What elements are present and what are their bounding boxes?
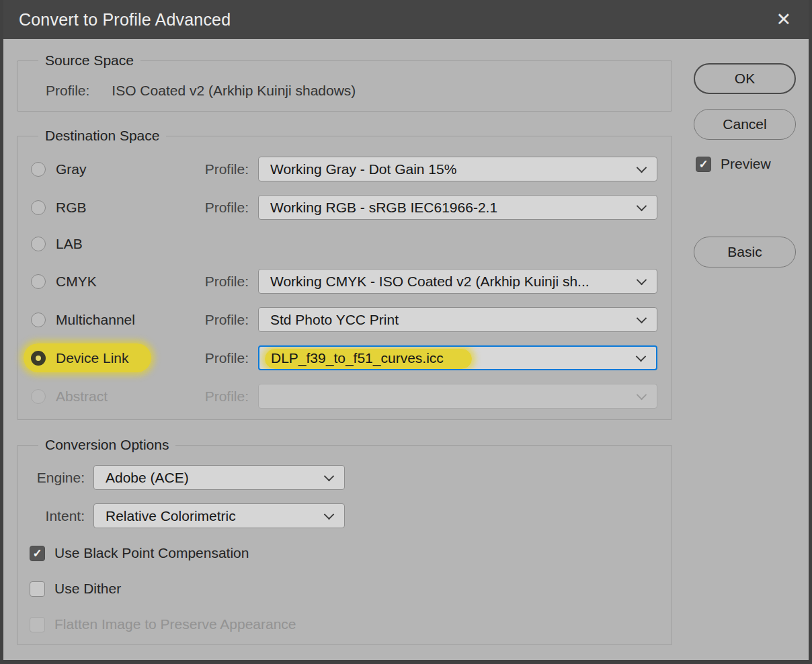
dest-row-rgb: RGB Profile: Working RGB - sRGB IEC61966… bbox=[31, 195, 657, 220]
source-space-group: Source Space Profile: ISO Coated v2 (Ark… bbox=[17, 60, 672, 112]
rgb-radio[interactable] bbox=[31, 200, 46, 215]
abstract-radio-label: Abstract bbox=[56, 388, 108, 405]
engine-value: Adobe (ACE) bbox=[106, 470, 189, 486]
flatten-image-label: Flatten Image to Preserve Appearance bbox=[54, 616, 296, 632]
multichannel-radio-label: Multichannel bbox=[56, 312, 135, 328]
lab-radio[interactable] bbox=[31, 237, 46, 251]
dest-row-device-link: Device Link Profile: DLP_f39_to_f51_curv… bbox=[31, 345, 657, 370]
cmyk-radio-label: CMYK bbox=[56, 274, 97, 290]
flatten-image-row: Flatten Image to Preserve Appearance bbox=[30, 616, 296, 633]
rgb-profile-dropdown[interactable]: Working RGB - sRGB IEC61966-2.1 bbox=[258, 195, 657, 220]
chevron-down-icon bbox=[637, 313, 647, 323]
dest-row-abstract: Abstract Profile: bbox=[31, 384, 657, 409]
chevron-down-icon bbox=[324, 509, 335, 520]
gray-profile-dropdown[interactable]: Working Gray - Dot Gain 15% bbox=[258, 157, 657, 181]
use-dither-checkbox[interactable] bbox=[30, 581, 45, 597]
abstract-radio bbox=[31, 389, 46, 404]
engine-label: Engine: bbox=[16, 470, 85, 486]
dest-row-cmyk: CMYK Profile: Working CMYK - ISO Coated … bbox=[31, 269, 657, 294]
profile-label: Profile: bbox=[172, 388, 249, 405]
black-point-compensation-row: ✓ Use Black Point Compensation bbox=[30, 544, 249, 562]
multichannel-profile-dropdown[interactable]: Std Photo YCC Print bbox=[258, 307, 657, 332]
use-dither-label: Use Dither bbox=[54, 581, 121, 597]
check-icon: ✓ bbox=[698, 157, 708, 171]
intent-value: Relative Colorimetric bbox=[106, 508, 236, 524]
abstract-profile-dropdown bbox=[258, 384, 657, 409]
preview-label: Preview bbox=[721, 156, 771, 172]
gray-radio[interactable] bbox=[31, 162, 46, 177]
dest-row-gray: Gray Profile: Working Gray - Dot Gain 15… bbox=[31, 157, 657, 181]
preview-row: ✓ Preview bbox=[696, 156, 771, 172]
use-black-point-compensation-label: Use Black Point Compensation bbox=[54, 545, 249, 561]
cmyk-profile-value: Working CMYK - ISO Coated v2 (Arkhip Kui… bbox=[270, 274, 590, 290]
destination-space-legend: Destination Space bbox=[38, 128, 166, 144]
source-profile-value: ISO Coated v2 (Arkhip Kuinji shadows) bbox=[112, 83, 356, 99]
profile-label: Profile: bbox=[172, 312, 249, 328]
dest-row-lab: LAB bbox=[31, 231, 657, 256]
chevron-down-icon bbox=[324, 470, 335, 481]
close-icon[interactable]: ✕ bbox=[773, 9, 794, 30]
device-link-profile-value: DLP_f39_to_f51_curves.icc bbox=[271, 350, 444, 366]
check-icon: ✓ bbox=[32, 546, 42, 561]
source-space-legend: Source Space bbox=[38, 52, 140, 69]
intent-dropdown[interactable]: Relative Colorimetric bbox=[93, 503, 345, 528]
preview-checkbox[interactable]: ✓ bbox=[696, 157, 711, 172]
convert-to-profile-dialog: Convert to Profile Advanced ✕ Source Spa… bbox=[0, 0, 812, 664]
intent-label: Intent: bbox=[16, 508, 85, 524]
rgb-profile-value: Working RGB - sRGB IEC61966-2.1 bbox=[270, 200, 497, 216]
device-link-radio-label: Device Link bbox=[56, 350, 129, 366]
lab-radio-label: LAB bbox=[56, 236, 83, 252]
title-bar: Convert to Profile Advanced ✕ bbox=[3, 0, 809, 39]
gray-profile-value: Working Gray - Dot Gain 15% bbox=[270, 161, 456, 177]
intent-row: Intent: Relative Colorimetric bbox=[16, 503, 641, 528]
flatten-image-checkbox bbox=[30, 617, 45, 632]
cmyk-profile-dropdown[interactable]: Working CMYK - ISO Coated v2 (Arkhip Kui… bbox=[258, 269, 657, 294]
chevron-down-icon bbox=[637, 162, 647, 173]
multichannel-profile-value: Std Photo YCC Print bbox=[270, 312, 399, 328]
use-dither-row: Use Dither bbox=[30, 580, 121, 597]
device-link-profile-dropdown[interactable]: DLP_f39_to_f51_curves.icc bbox=[258, 345, 657, 370]
chevron-down-icon bbox=[637, 274, 647, 285]
basic-button[interactable]: Basic bbox=[694, 237, 796, 267]
profile-label: Profile: bbox=[172, 274, 249, 290]
source-profile-row: Profile: ISO Coated v2 (Arkhip Kuinji sh… bbox=[46, 83, 356, 99]
cancel-button[interactable]: Cancel bbox=[694, 109, 796, 140]
profile-label: Profile: bbox=[172, 350, 249, 366]
engine-dropdown[interactable]: Adobe (ACE) bbox=[93, 465, 345, 490]
profile-label: Profile: bbox=[172, 200, 249, 216]
profile-label: Profile: bbox=[172, 161, 249, 177]
rgb-radio-label: RGB bbox=[56, 200, 87, 216]
ok-button[interactable]: OK bbox=[694, 63, 796, 94]
use-black-point-compensation-checkbox[interactable]: ✓ bbox=[30, 546, 45, 561]
chevron-down-icon bbox=[636, 351, 647, 362]
dialog-title: Convert to Profile Advanced bbox=[19, 10, 231, 30]
cmyk-radio[interactable] bbox=[31, 274, 46, 289]
chevron-down-icon bbox=[637, 389, 647, 400]
engine-row: Engine: Adobe (ACE) bbox=[16, 465, 641, 490]
conversion-options-legend: Conversion Options bbox=[38, 437, 175, 453]
source-profile-label: Profile: bbox=[46, 83, 89, 99]
multichannel-radio[interactable] bbox=[31, 313, 46, 327]
gray-radio-label: Gray bbox=[56, 161, 87, 177]
chevron-down-icon bbox=[637, 200, 647, 211]
device-link-radio[interactable] bbox=[31, 351, 46, 366]
dest-row-multichannel: Multichannel Profile: Std Photo YCC Prin… bbox=[31, 307, 657, 332]
